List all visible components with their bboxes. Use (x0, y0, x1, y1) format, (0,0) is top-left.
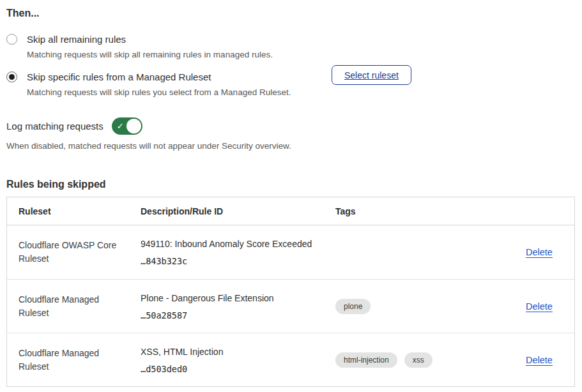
rules-table-heading: Rules being skipped (6, 179, 575, 190)
skip-options-group: Skip all remaining rules Matching reques… (6, 33, 575, 98)
ruleset-name: Cloudflare Managed Ruleset (7, 347, 129, 373)
rule-description: 949110: Inbound Anomaly Score Exceeded (141, 238, 316, 250)
select-ruleset-button[interactable]: Select ruleset (332, 65, 411, 85)
rules-table: Ruleset Description/Rule ID Tags Cloudfl… (6, 197, 575, 387)
option-skip-all[interactable]: Skip all remaining rules Matching reques… (6, 33, 575, 61)
column-header-ruleset: Ruleset (7, 206, 129, 216)
toggle-knob (126, 119, 141, 133)
delete-link[interactable]: Delete (526, 301, 553, 312)
option-skip-specific[interactable]: Skip specific rules from a Managed Rules… (6, 70, 575, 98)
radio-skip-specific[interactable] (6, 72, 17, 82)
tag-pill: html-injection (335, 352, 397, 368)
rule-id: …d503ded0 (141, 364, 316, 374)
option-skip-all-label[interactable]: Skip all remaining rules (27, 33, 273, 46)
ruleset-name: Cloudflare OWASP Core Ruleset (7, 239, 129, 266)
log-matching-label: Log matching requests (6, 121, 103, 132)
log-matching-toggle[interactable]: ✓ (112, 117, 142, 135)
log-matching-row: Log matching requests ✓ (6, 117, 575, 135)
option-skip-specific-description: Matching requests will skip rules you se… (27, 87, 291, 98)
tags-cell: html-injection xss (324, 352, 514, 368)
delete-link[interactable]: Delete (526, 247, 553, 257)
waf-rule-form: Then... Skip all remaining rules Matchin… (6, 8, 575, 387)
rule-id: …843b323c (141, 256, 316, 266)
rule-id: …50a28587 (141, 310, 316, 320)
table-row: Cloudflare OWASP Core Ruleset 949110: In… (7, 225, 574, 279)
tag-pill: plone (335, 299, 371, 314)
tag-pill: xss (404, 352, 433, 368)
table-header-row: Ruleset Description/Rule ID Tags (7, 197, 574, 225)
column-header-tags: Tags (324, 206, 514, 216)
rule-description: XSS, HTML Injection (141, 346, 316, 358)
log-matching-description: When disabled, matched requests will not… (6, 141, 575, 151)
tags-cell: plone (324, 299, 514, 314)
delete-link[interactable]: Delete (526, 355, 553, 365)
table-row: Cloudflare Managed Ruleset XSS, HTML Inj… (7, 333, 574, 386)
then-heading: Then... (6, 8, 575, 19)
column-header-description: Description/Rule ID (129, 206, 324, 216)
ruleset-name: Cloudflare Managed Ruleset (7, 293, 129, 320)
option-skip-all-description: Matching requests will skip all remainin… (27, 49, 273, 61)
option-skip-specific-label[interactable]: Skip specific rules from a Managed Rules… (27, 70, 291, 84)
rule-description: Plone - Dangerous File Extension (141, 292, 316, 304)
check-icon: ✓ (117, 122, 124, 130)
radio-skip-all[interactable] (6, 34, 17, 45)
table-row: Cloudflare Managed Ruleset Plone - Dange… (7, 279, 574, 333)
